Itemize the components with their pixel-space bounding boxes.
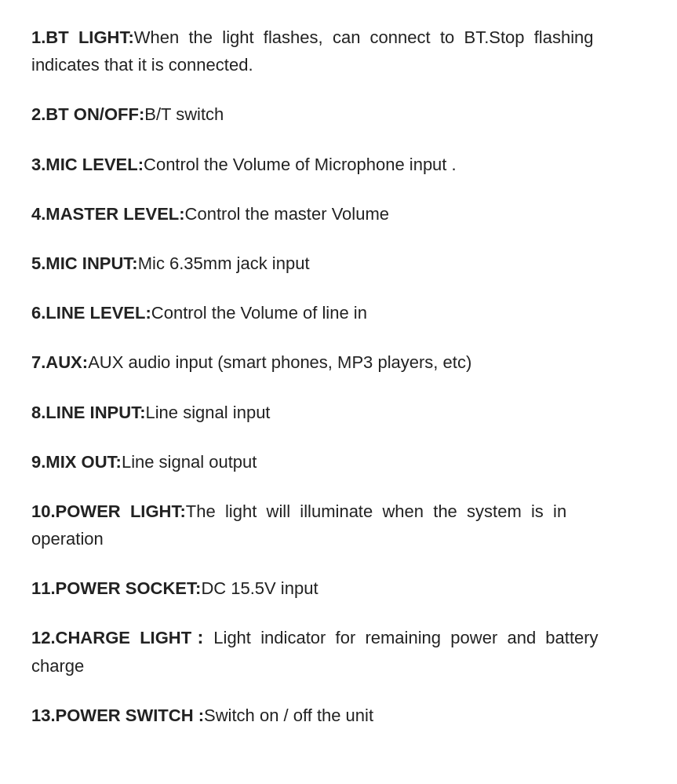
item-7: 7.AUX:AUX audio input (smart phones, MP3… xyxy=(31,348,638,376)
item-6: 6.LINE LEVEL:Control the Volume of line … xyxy=(31,299,638,326)
item-8-label: 8.LINE INPUT: xyxy=(31,403,145,422)
item-7-text: AUX audio input (smart phones, MP3 playe… xyxy=(88,352,471,372)
item-2-text: B/T switch xyxy=(144,104,224,124)
item-1: 1.BT LIGHT:When the light flashes, can c… xyxy=(31,24,638,78)
item-13: 13.POWER SWITCH :Switch on / off the uni… xyxy=(31,702,638,729)
item-12: 12.CHARGE LIGHT： Light indicator for rem… xyxy=(31,624,638,679)
item-9-text: Line signal output xyxy=(122,452,257,472)
item-9: 9.MIX OUT:Line signal output xyxy=(31,448,638,476)
item-12-text: Light indicator for remaining power and … xyxy=(209,628,598,647)
item-11-label: 11.POWER SOCKET: xyxy=(31,578,201,598)
item-7-label: 7.AUX: xyxy=(31,352,88,372)
item-4-text: Control the master Volume xyxy=(185,204,389,224)
item-10: 10.POWER LIGHT:The light will illuminate… xyxy=(31,498,638,552)
item-13-label: 13.POWER SWITCH : xyxy=(31,706,204,725)
item-2-label: 2.BT ON/OFF: xyxy=(31,104,144,124)
item-6-text: Control the Volume of line in xyxy=(151,303,367,323)
item-4: 4.MASTER LEVEL:Control the master Volume xyxy=(31,200,638,228)
item-10-text-2: operation xyxy=(31,529,104,549)
main-content: 1.BT LIGHT:When the light flashes, can c… xyxy=(31,24,638,729)
item-10-text: The light will illuminate when the syste… xyxy=(186,501,566,521)
item-2: 2.BT ON/OFF:B/T switch xyxy=(31,100,638,128)
item-3: 3.MIC LEVEL:Control the Volume of Microp… xyxy=(31,151,638,178)
item-12-label: 12.CHARGE LIGHT： xyxy=(31,628,209,647)
item-8: 8.LINE INPUT:Line signal input xyxy=(31,399,638,426)
item-9-label: 9.MIX OUT: xyxy=(31,452,122,472)
item-1-text: When the light flashes, can connect to B… xyxy=(134,27,594,47)
item-1-text-2: indicates that it is connected. xyxy=(31,55,253,75)
item-5-label: 5.MIC INPUT: xyxy=(31,253,138,273)
item-3-text: Control the Volume of Microphone input . xyxy=(144,155,457,174)
item-13-text: Switch on / off the unit xyxy=(204,706,373,725)
item-4-label: 4.MASTER LEVEL: xyxy=(31,204,185,224)
item-11: 11.POWER SOCKET:DC 15.5V input xyxy=(31,574,638,602)
item-6-label: 6.LINE LEVEL: xyxy=(31,303,151,323)
item-11-text: DC 15.5V input xyxy=(201,578,318,598)
item-10-label: 10.POWER LIGHT: xyxy=(31,501,186,521)
item-12-text-2: charge xyxy=(31,656,84,676)
item-1-label: 1.BT LIGHT: xyxy=(31,27,134,47)
item-3-label: 3.MIC LEVEL: xyxy=(31,155,144,174)
item-8-text: Line signal input xyxy=(145,403,270,422)
item-5: 5.MIC INPUT:Mic 6.35mm jack input xyxy=(31,250,638,277)
item-5-text: Mic 6.35mm jack input xyxy=(138,253,310,273)
